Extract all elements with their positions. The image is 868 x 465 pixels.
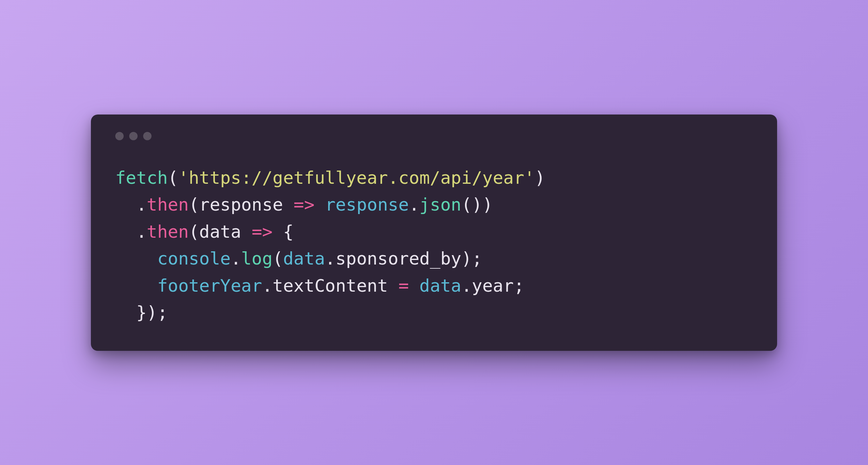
token-fetch: fetch bbox=[115, 168, 168, 188]
token-indent bbox=[115, 195, 136, 215]
token-sponsored-by: sponsored_by bbox=[335, 249, 461, 269]
token-dot: . bbox=[325, 249, 335, 269]
token-indent bbox=[115, 302, 136, 323]
token-log: log bbox=[241, 249, 272, 269]
token-paren-close: ) bbox=[535, 168, 545, 188]
token-paren-open: ( bbox=[273, 249, 283, 269]
traffic-light-maximize[interactable] bbox=[143, 132, 152, 140]
token-data-obj: data bbox=[419, 276, 461, 296]
token-response: response bbox=[199, 195, 283, 215]
token-dot: . bbox=[136, 222, 147, 242]
token-paren-close: ) bbox=[147, 302, 157, 323]
token-indent bbox=[115, 249, 157, 269]
token-year: year bbox=[472, 276, 514, 296]
token-semicolon: ; bbox=[472, 249, 482, 269]
token-brace-open: { bbox=[283, 222, 294, 242]
token-equals: = bbox=[398, 276, 409, 296]
token-then: then bbox=[147, 222, 188, 242]
token-json: json bbox=[419, 195, 461, 215]
token-data-obj: data bbox=[283, 249, 325, 269]
traffic-lights bbox=[115, 132, 753, 140]
token-data: data bbox=[199, 222, 241, 242]
token-dot: . bbox=[461, 276, 472, 296]
token-brace-close: } bbox=[136, 302, 147, 323]
token-paren-close: ) bbox=[482, 195, 493, 215]
token-indent bbox=[115, 222, 136, 242]
token-paren-close: ) bbox=[472, 195, 482, 215]
token-console: console bbox=[157, 249, 231, 269]
token-response-obj: response bbox=[325, 195, 409, 215]
token-dot: . bbox=[231, 249, 241, 269]
token-then: then bbox=[147, 195, 188, 215]
token-paren-open: ( bbox=[461, 195, 472, 215]
token-paren-open: ( bbox=[189, 195, 199, 215]
traffic-light-minimize[interactable] bbox=[129, 132, 138, 140]
token-text-content: textContent bbox=[273, 276, 388, 296]
token-arrow: => bbox=[251, 222, 272, 242]
token-dot: . bbox=[409, 195, 419, 215]
token-url-string: 'https://getfullyear.com/api/year' bbox=[178, 168, 535, 188]
token-indent bbox=[115, 276, 157, 296]
token-footer-year: footerYear bbox=[157, 276, 262, 296]
token-semicolon: ; bbox=[157, 302, 168, 323]
token-semicolon: ; bbox=[514, 276, 524, 296]
traffic-light-close[interactable] bbox=[115, 132, 124, 140]
token-paren-open: ( bbox=[189, 222, 199, 242]
code-content: fetch('https://getfullyear.com/api/year'… bbox=[115, 165, 753, 326]
code-window: fetch('https://getfullyear.com/api/year'… bbox=[91, 115, 777, 351]
token-paren-close: ) bbox=[461, 249, 472, 269]
token-dot: . bbox=[262, 276, 272, 296]
token-dot: . bbox=[136, 195, 147, 215]
token-paren-open: ( bbox=[168, 168, 178, 188]
token-arrow: => bbox=[294, 195, 315, 215]
